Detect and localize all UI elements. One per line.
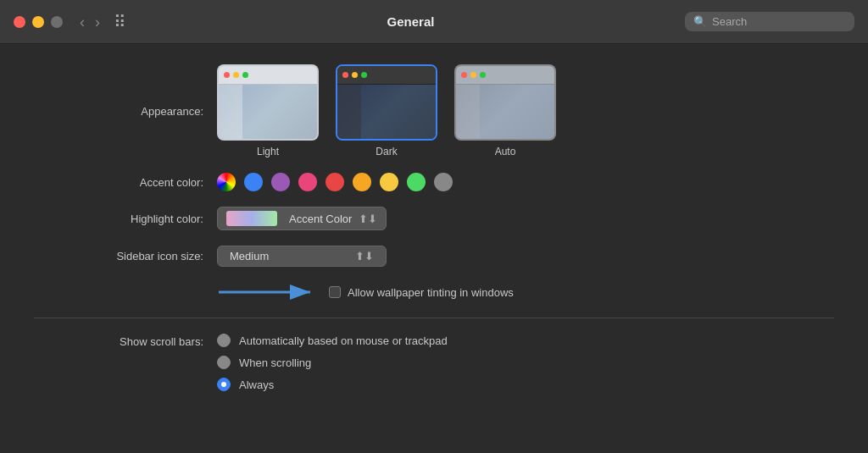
window-title: General [136,14,685,29]
traffic-lights [14,16,63,28]
appearance-option-light[interactable]: Light [217,64,319,157]
wallpaper-tinting-text: Allow wallpaper tinting in windows [348,286,514,299]
arrow-icon [217,282,319,302]
scroll-bars-row: Show scroll bars: Automatically based on… [34,334,834,391]
sidebar-icon-size-label: Sidebar icon size: [34,250,203,262]
scroll-auto-label: Automatically based on mouse or trackpad [239,334,448,347]
scroll-auto-radio[interactable] [217,334,231,347]
dark-label: Dark [376,146,397,157]
settings-content: Appearance: [0,44,868,427]
titlebar: ‹ › ⠿ General 🔍 [0,0,868,44]
appearance-options: Light [217,64,556,157]
light-label: Light [257,146,279,157]
highlight-color-row: Highlight color: Accent Color ⬆⬇ [34,207,834,230]
accent-multicolor[interactable] [217,173,236,191]
light-thumbnail[interactable] [217,64,319,141]
scroll-always-label: Always [239,378,274,391]
highlight-preview [226,211,277,226]
grid-icon[interactable]: ⠿ [114,12,126,32]
accent-colors [217,173,453,191]
sidebar-icon-size-dropdown[interactable]: Medium ⬆⬇ [217,246,387,267]
minimize-button[interactable] [32,16,44,28]
accent-color-label: Accent color: [34,176,203,189]
accent-color-row: Accent color: [34,173,834,191]
highlight-color-label: Highlight color: [34,213,203,225]
forward-button[interactable]: › [92,13,103,31]
accent-yellow[interactable] [380,173,398,191]
maximize-button[interactable] [51,16,63,28]
wallpaper-tinting-label[interactable]: Allow wallpaper tinting in windows [329,286,514,299]
back-button[interactable]: ‹ [76,13,88,31]
search-bar: 🔍 [685,12,854,31]
scroll-bars-options: Automatically based on mouse or trackpad… [217,334,448,391]
dropdown-arrows-icon: ⬆⬇ [359,213,377,225]
wallpaper-tinting-row: Allow wallpaper tinting in windows [34,282,834,302]
scroll-auto-option[interactable]: Automatically based on mouse or trackpad [217,334,448,347]
accent-pink[interactable] [298,173,317,191]
sidebar-icon-size-value: Medium [230,250,269,262]
accent-red[interactable] [326,173,344,191]
appearance-row: Appearance: [34,64,834,157]
auto-thumbnail[interactable] [454,64,556,141]
search-icon: 🔍 [693,15,707,28]
appearance-option-auto[interactable]: Auto [454,64,556,157]
accent-green[interactable] [407,173,426,191]
accent-blue[interactable] [244,173,263,191]
scroll-always-radio[interactable] [217,378,231,391]
sidebar-icon-size-row: Sidebar icon size: Medium ⬆⬇ [34,246,834,267]
accent-graphite[interactable] [434,173,453,191]
arrow-row: Allow wallpaper tinting in windows [217,282,514,302]
scroll-scrolling-option[interactable]: When scrolling [217,356,448,369]
scroll-scrolling-radio[interactable] [217,356,231,369]
appearance-label: Appearance: [34,105,203,118]
search-input[interactable] [712,15,839,28]
dark-thumbnail[interactable] [336,64,437,141]
divider [34,318,834,318]
nav-buttons: ‹ › [76,13,103,31]
size-dropdown-arrows-icon: ⬆⬇ [355,250,374,262]
scroll-bars-label: Show scroll bars: [34,334,203,348]
scroll-scrolling-label: When scrolling [239,356,311,369]
accent-purple[interactable] [271,173,290,191]
close-button[interactable] [14,16,25,28]
highlight-color-dropdown[interactable]: Accent Color ⬆⬇ [217,207,387,230]
accent-orange[interactable] [353,173,371,191]
appearance-option-dark[interactable]: Dark [336,64,437,157]
wallpaper-tinting-checkbox[interactable] [329,286,341,298]
highlight-color-value: Accent Color [289,213,352,225]
scroll-always-option[interactable]: Always [217,378,448,391]
auto-label: Auto [495,146,516,157]
